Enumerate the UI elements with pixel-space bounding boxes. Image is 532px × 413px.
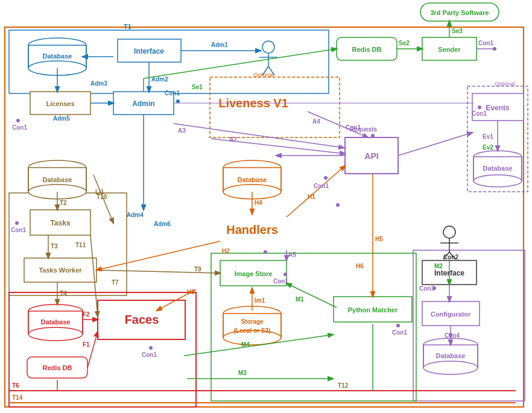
adm1-label: Adm1: [211, 42, 228, 48]
svg-point-111: [149, 346, 153, 350]
adm4-label: Adm4: [127, 212, 144, 218]
h2-label: H2: [222, 248, 230, 254]
api-label: API: [364, 151, 378, 161]
third-party-label: 3rd Party Software: [430, 9, 489, 16]
t14-label: T14: [12, 394, 23, 401]
m1-label: M1: [296, 296, 304, 303]
tasks-label: Tasks: [50, 219, 70, 227]
m3-label: M3: [238, 370, 247, 376]
optional-label-1: Optional: [253, 72, 274, 78]
svg-point-106: [396, 324, 400, 327]
adm6-label: Adm6: [154, 221, 171, 227]
tasks-worker-label: Tasks Worker: [39, 266, 82, 274]
svg-line-117: [398, 133, 472, 156]
con4-label: Con4: [445, 332, 460, 339]
svg-point-105: [371, 134, 375, 137]
svg-point-49: [28, 327, 83, 341]
se3-label: Se3: [452, 28, 463, 34]
a3-label: A3: [178, 127, 186, 134]
f2-label: F2: [83, 311, 90, 318]
db-faces-label: Database: [41, 318, 71, 326]
h6-label: H6: [356, 263, 364, 270]
redis-db-bottom-label: Redis DB: [43, 364, 72, 371]
svg-point-102: [324, 176, 328, 180]
configurator-label: Configurator: [431, 311, 471, 318]
faces-label: Faces: [125, 313, 159, 326]
con1-faces-label: Con1: [142, 352, 157, 358]
a5-label: A5: [288, 251, 296, 258]
con1-api-label: Con1: [346, 124, 361, 131]
svg-point-64: [443, 226, 455, 238]
t7-label: T7: [112, 279, 119, 286]
svg-point-108: [432, 286, 436, 290]
a2-label: A2: [229, 136, 237, 143]
svg-point-76: [493, 47, 496, 51]
con1-tasks-label: Con1: [11, 227, 26, 233]
db-handlers-label: Database: [238, 176, 267, 183]
con1-sender-label: Con1: [478, 40, 493, 46]
licenses-label: Licenses: [46, 100, 74, 107]
svg-point-101: [16, 119, 20, 122]
admin-label: Admin: [132, 99, 154, 108]
m4-label: M4: [241, 341, 250, 348]
interface-top-label: Interface: [134, 47, 164, 55]
t2-label: T2: [60, 200, 67, 206]
svg-point-114: [336, 203, 340, 207]
con1-license-label: Con1: [12, 124, 27, 131]
h4-label: H4: [255, 200, 262, 206]
con1-events-label: Con1: [472, 110, 487, 117]
svg-point-103: [176, 99, 180, 103]
db-events-label: Database: [483, 165, 513, 172]
optional-label-2: Optional: [495, 81, 515, 87]
t1-label: T1: [124, 23, 131, 30]
svg-line-119: [97, 270, 220, 273]
se2-label: Se2: [399, 40, 410, 46]
h1-label: H1: [308, 194, 315, 200]
con3-label: Con3: [419, 285, 434, 292]
t9-label: T9: [194, 266, 201, 273]
redis-db-label: Redis DB: [352, 46, 382, 53]
svg-point-35: [473, 175, 522, 187]
svg-line-91: [287, 283, 337, 307]
svg-line-124: [97, 241, 220, 270]
storage-label: Storage: [241, 318, 264, 325]
con1-admin2-label: Con1: [165, 90, 180, 96]
svg-point-118: [15, 221, 19, 225]
image-store-label: Image Store: [235, 270, 273, 277]
se1-label: Se1: [192, 84, 203, 90]
sender-label: Sender: [438, 46, 461, 53]
t3-label: T3: [51, 243, 58, 250]
svg-point-126: [264, 250, 267, 254]
con1-db-handlers-label: Con1: [314, 183, 329, 189]
db-configurator-label: Database: [436, 352, 466, 359]
t4-label: T4: [60, 290, 67, 297]
events-label: Events: [486, 104, 510, 112]
adm5-label: Adm5: [53, 115, 70, 122]
con1-imagestore-label: Con1: [273, 278, 288, 285]
db-tasks-label: Database: [43, 176, 72, 183]
architecture-diagram: T1 Optional Optional 3rd Party Software …: [0, 0, 532, 413]
f1-label: F1: [83, 341, 90, 348]
svg-line-88: [287, 166, 345, 217]
t6-label: T6: [12, 382, 19, 389]
storage-label2: (Local or S3): [234, 327, 271, 334]
svg-point-107: [478, 106, 481, 109]
diagram-container: T1 Optional Optional 3rd Party Software …: [0, 0, 532, 413]
t11-label: T11: [75, 242, 86, 248]
con2-label: Con2: [443, 254, 458, 260]
svg-line-95: [87, 332, 98, 368]
adm3-label: Adm3: [90, 80, 107, 87]
python-matcher-label: Python Matcher: [348, 306, 398, 314]
a4-label: A4: [312, 118, 320, 125]
h5-label: H5: [375, 236, 383, 242]
svg-point-63: [423, 361, 478, 374]
t10-label: T10: [97, 194, 107, 200]
handlers-label: Handlers: [226, 223, 278, 236]
con1-pythonmatcher-label: Con1: [392, 329, 407, 336]
svg-point-15: [262, 41, 274, 53]
db-top-label: Database: [43, 52, 72, 60]
ev2-label: Ev2: [483, 144, 493, 151]
ev1-label: Ev1: [483, 133, 493, 140]
t12-label: T12: [338, 382, 349, 389]
svg-point-104: [283, 273, 287, 276]
